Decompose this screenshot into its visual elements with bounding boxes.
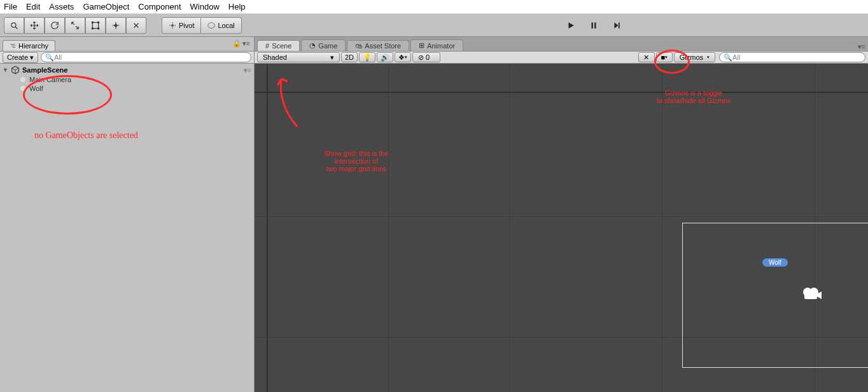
menu-file[interactable]: File [4,2,17,11]
tab-asset-store[interactable]: 🛍Asset Store [347,40,409,51]
scene-toolbar: Shaded▾ 2D 💡 🔊 ❖▾ ⊘0 ✕ ■▾ Gizmos▾ 🔍All [255,51,868,64]
dropdown-arrow-icon: ▾ [665,55,668,60]
tab-game-label: Game [318,42,337,50]
hierarchy-tab[interactable]: Hierarchy [3,40,55,51]
camera-gizmo-icon[interactable] [803,286,822,300]
scene-context-icon[interactable]: ▾≡ [858,43,865,51]
hidden-objects[interactable]: ⊘0 [412,52,440,62]
scene-viewport[interactable]: Wolf [255,64,868,392]
menu-window[interactable]: Window [190,2,220,11]
search-icon: 🔍 [45,53,54,62]
dropdown-arrow-icon: ▾ [707,55,710,60]
create-dropdown[interactable]: Create▾ [3,52,38,63]
fx-dropdown[interactable]: ❖▾ [395,52,411,62]
svg-point-5 [92,27,93,29]
hierarchy-search[interactable]: 🔍All [41,52,251,62]
tab-scene[interactable]: #Scene [257,40,300,51]
dropdown-arrow-icon: ▾ [30,53,34,62]
step-button[interactable] [612,21,635,30]
cart-icon: 🛍 [355,42,362,50]
tools-icon: ✕ [643,53,649,62]
rotate-tool[interactable] [45,17,65,34]
camera-settings[interactable]: ■▾ [656,52,673,62]
pivot-local-group: Pivot Local [162,17,242,34]
hierarchy-panel: Hierarchy 🔒 ▾≡ Create▾ 🔍All ▼ SampleScen… [0,37,255,392]
speaker-icon: 🔊 [381,53,389,62]
svg-line-1 [15,26,18,29]
svg-rect-17 [804,293,817,299]
svg-point-3 [92,22,93,23]
gizmos-label: Gizmos [680,53,703,61]
svg-rect-10 [594,22,596,28]
scene-options-icon[interactable]: ▾≡ [244,66,251,74]
scene-tab-row: #Scene ◔Game 🛍Asset Store ⊞Animator ▾≡ [255,37,868,51]
menubar: File Edit Assets GameObject Component Wi… [0,0,868,14]
scene-search[interactable]: 🔍All [719,52,865,62]
dropdown-arrow-icon: ▾ [330,53,334,62]
scale-tool[interactable] [65,17,85,34]
move-tool[interactable] [24,17,45,34]
unity-icon [11,66,20,74]
scene-name: SampleScene [22,66,68,74]
dropdown-arrow-icon: ▾ [405,55,407,60]
2d-label: 2D [345,53,354,61]
menu-assets[interactable]: Assets [49,2,74,11]
main-toolbar: Pivot Local [0,14,868,37]
custom-tool[interactable] [126,17,146,34]
pivot-label: Pivot [179,22,194,29]
svg-point-4 [98,22,99,23]
local-toggle[interactable]: Local [201,17,241,34]
hierarchy-toolbar: Create▾ 🔍All [0,51,254,64]
gameobject-wolf[interactable]: Wolf [0,84,254,93]
svg-rect-2 [92,22,98,28]
cube-icon [19,85,27,92]
gameobject-label: Main Camera [29,76,71,83]
animator-icon: ⊞ [419,41,424,50]
2d-toggle[interactable]: 2D [341,52,358,62]
menu-help[interactable]: Help [228,2,246,11]
svg-rect-11 [619,22,620,28]
menu-edit[interactable]: Edit [26,2,40,11]
tab-scene-label: Scene [272,42,291,50]
svg-point-8 [171,24,174,27]
lighting-toggle[interactable]: 💡 [359,52,375,62]
svg-point-6 [98,27,99,29]
pause-button[interactable] [589,21,612,30]
scene-grid-icon: # [265,42,269,50]
gizmos-toggle[interactable]: Gizmos▾ [674,52,715,62]
rect-tool[interactable] [85,17,106,34]
tab-animator[interactable]: ⊞Animator [410,39,463,51]
menu-gameobject[interactable]: GameObject [83,2,129,11]
create-label: Create [7,53,28,61]
gameobject-main-camera[interactable]: Main Camera [0,75,254,84]
transform-tool[interactable] [106,17,126,34]
context-menu-icon[interactable]: ▾≡ [242,39,250,48]
play-button[interactable] [566,21,589,30]
lock-icon[interactable]: 🔒 [232,39,241,48]
tab-asset-store-label: Asset Store [365,42,401,50]
expand-icon[interactable]: ▼ [3,67,8,73]
hierarchy-tab-row: Hierarchy 🔒 ▾≡ [0,37,254,51]
camera-frustum [682,223,868,368]
bulb-icon: 💡 [363,53,372,62]
audio-toggle[interactable]: 🔊 [377,52,393,62]
scene-row[interactable]: ▼ SampleScene ▾≡ [0,65,254,75]
search-icon: 🔍 [724,53,732,62]
search-placeholder: All [54,53,62,61]
menu-component[interactable]: Component [138,2,181,11]
gameobject-label: Wolf [29,85,43,92]
hand-tool[interactable] [4,17,24,34]
svg-rect-9 [592,22,593,28]
cube-icon [19,76,27,83]
transform-tools [4,17,146,34]
scene-search-placeholder: All [732,53,740,61]
wolf-gizmo-label[interactable]: Wolf [762,258,788,267]
tab-animator-label: Animator [427,42,455,50]
pacman-icon: ◔ [309,41,316,50]
pivot-toggle[interactable]: Pivot [162,17,201,34]
camera-icon: ■ [661,53,665,61]
shading-mode-dropdown[interactable]: Shaded▾ [257,52,340,62]
tab-game[interactable]: ◔Game [301,39,346,51]
hierarchy-body[interactable]: ▼ SampleScene ▾≡ Main Camera Wolf [0,64,254,392]
tools-btn[interactable]: ✕ [638,52,655,62]
